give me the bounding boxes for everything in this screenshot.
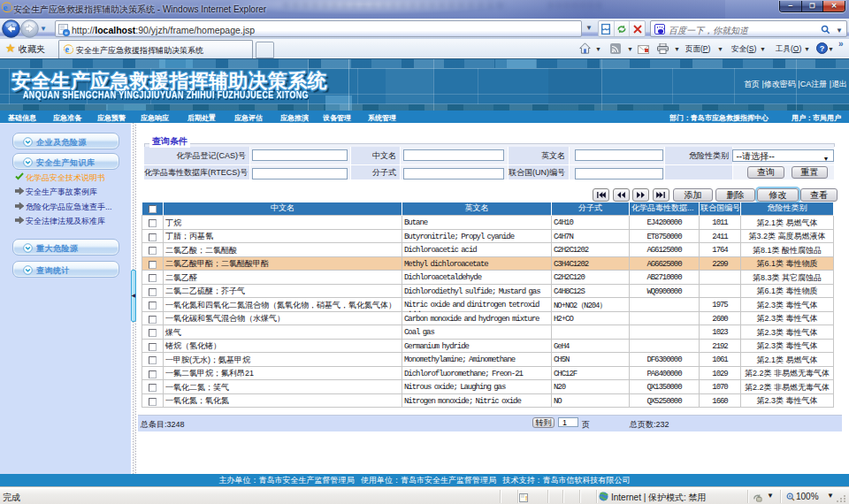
svg-text:!: ! — [525, 495, 527, 501]
svg-text:?: ? — [820, 44, 825, 53]
